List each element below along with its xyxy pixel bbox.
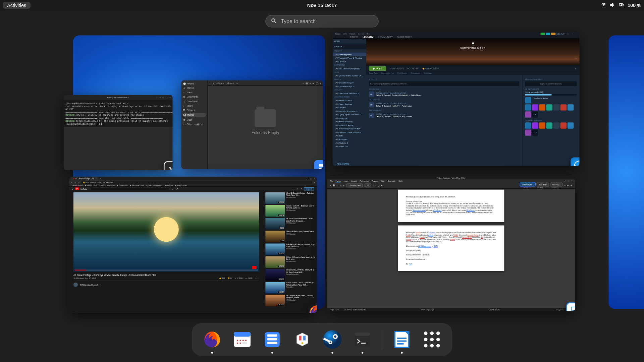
achievement-icon[interactable]	[560, 104, 567, 110]
search-icon[interactable]: ⌕	[303, 81, 304, 84]
strike-icon[interactable]: S	[381, 184, 382, 187]
window-firefox[interactable]: ▶ 4K Drone Footage – Bir… + ‒ ▢ × ← → ⟳ …	[69, 177, 317, 313]
news-item[interactable]: 🛠 SMALL UPDATE / PATCH NOTESBelow & Beyo…	[369, 102, 519, 108]
play-button[interactable]: ▶PLAY	[369, 66, 386, 71]
close-icon[interactable]: ×	[314, 177, 315, 180]
bookmark-item[interactable]: ▸ Most Visited	[72, 184, 83, 186]
sign-in-button[interactable]: SIGN IN	[304, 187, 314, 190]
menu-icon[interactable]: ≡	[314, 181, 315, 183]
minimize-icon[interactable]: ‒	[307, 177, 309, 180]
steam-game-row[interactable]: 🎮 Imperator: Rome	[333, 123, 366, 127]
new-tab-icon[interactable]: +	[100, 177, 101, 180]
recommendation[interactable]: 3:19:54 FLYING OVER GREECE (4K UHD) – Re…	[265, 282, 315, 293]
steam-game-row[interactable]: 🎮 Kingdom Come: Deliverance	[333, 130, 366, 134]
list-bullet-icon[interactable]: •≡	[567, 184, 569, 187]
files-sidebar-item[interactable]: 🕘Recent	[183, 82, 206, 85]
maximize-icon[interactable]: ▢	[316, 81, 318, 84]
steam-game-row[interactable]: 🎮 Noita	[333, 134, 366, 138]
youtube-logo[interactable]: YouTube	[75, 187, 87, 190]
bookmark-item[interactable]: ▸ User Communities	[147, 184, 162, 186]
style-default[interactable]: Default Para…	[520, 182, 536, 186]
achievement-icon[interactable]	[553, 122, 559, 128]
achievement-icon[interactable]	[525, 104, 531, 110]
bookmark-item[interactable]: ▸ Firefox Account	[130, 184, 144, 186]
menu-icon[interactable]: ≡	[160, 96, 161, 99]
activities-button[interactable]: Activities	[3, 2, 31, 9]
home-crumb[interactable]: ⌂ Home	[216, 81, 224, 84]
print-icon[interactable]: 🖨	[343, 184, 344, 187]
back-icon[interactable]: ‹	[210, 81, 210, 84]
steam-game-row[interactable]: 🎮 Surviving Mars	[333, 53, 366, 56]
video-action[interactable]: 👎 27	[227, 277, 232, 280]
steam-game-row[interactable]: 🎮 Farming Simulator 22	[333, 109, 366, 113]
dash-terminal[interactable]	[352, 329, 373, 350]
bookmark-item[interactable]: ▸ Red Hat	[165, 184, 173, 186]
steam-game-row[interactable]: 🎮 Factorio	[333, 106, 366, 109]
status-style[interactable]: Default Page Style	[420, 308, 434, 311]
achievement-icon[interactable]	[568, 122, 574, 128]
hamburger-icon[interactable]: ≡	[72, 188, 73, 190]
underline-icon[interactable]: U	[378, 184, 379, 187]
files-sidebar-item[interactable]: ♪Music	[183, 104, 206, 107]
recommendation[interactable]: 8:00:00 COSMIC RELAXATION: 8 HOURS of 4K…	[265, 269, 315, 281]
steam-game-row[interactable]: 🎮 Euro Truck Simulator 2	[333, 92, 366, 95]
minimize-icon[interactable]: ‒	[162, 96, 164, 99]
writer-menu-item[interactable]: Extension	[388, 180, 395, 182]
video-action[interactable]: 👍 463	[219, 277, 225, 280]
close-icon[interactable]: ×	[571, 179, 572, 182]
back-icon[interactable]: ←	[336, 36, 338, 38]
steam-game-row[interactable]: 🎮 Transport Fever 2 (Testing)	[333, 56, 366, 60]
nav-community[interactable]: COMMUNITY	[378, 36, 393, 38]
video-action[interactable]: ≡+ SAVE	[246, 277, 253, 280]
close-icon[interactable]: ×	[320, 81, 321, 84]
activity-prompt[interactable]: Say something about this game to your fr…	[369, 81, 519, 86]
maximize-icon[interactable]: ▢	[567, 33, 572, 35]
files-sidebar-item[interactable]: ⭳Downloads	[183, 100, 206, 103]
dash-steam[interactable]	[322, 329, 343, 350]
video-player[interactable]	[73, 192, 259, 272]
dash-writer[interactable]	[391, 329, 412, 350]
dash-firefox[interactable]	[202, 329, 223, 350]
maximize-icon[interactable]: ▢	[166, 96, 168, 99]
dash-software[interactable]	[292, 329, 313, 350]
achievement-icon[interactable]	[525, 97, 531, 103]
recommendation[interactable]: 3:19:54 Greece, Corfu 4K – Birds Eye Vie…	[265, 205, 315, 217]
files-sidebar-item[interactable]: +Other Locations	[183, 123, 206, 126]
forward-icon[interactable]: →	[74, 181, 76, 183]
achievement-icon[interactable]	[525, 122, 531, 128]
info-icon[interactable]: ⓘ	[575, 57, 577, 59]
window-terminal[interactable]: luser@iPhonedierrette:~ ⌕ ≡ ‒ ▢ × [luser…	[64, 95, 172, 170]
window-files[interactable]: 🕘Recent★Starred⌂Home🗎Documents⭳Downloads…	[181, 80, 323, 169]
minimize-icon[interactable]: ‒	[565, 179, 566, 182]
news-item[interactable]: 🛠 SMALL UPDATE / PATCH NOTESBelow & Beyo…	[369, 113, 519, 118]
status-lang[interactable]: English (USA)	[488, 308, 499, 311]
achievement-icon[interactable]	[539, 104, 545, 110]
nav-library[interactable]: LIBRARY	[363, 36, 373, 38]
achievement-icon[interactable]	[525, 111, 531, 117]
menu-icon[interactable]: ≡	[310, 81, 311, 84]
status-page[interactable]: Page 2 of 3	[330, 308, 339, 311]
files-sidebar-item[interactable]: 🗑Trash	[183, 118, 206, 121]
nav-store[interactable]: STORE	[350, 36, 358, 38]
search-icon[interactable]: ⌕	[172, 188, 173, 190]
apps-icon[interactable]: ⋮⋮⋮	[293, 187, 299, 190]
dash-show-apps[interactable]	[421, 329, 442, 350]
clock[interactable]: Nov 15 19:17	[307, 3, 337, 8]
dash-calendar[interactable]	[231, 329, 253, 350]
achievement-icon[interactable]	[539, 122, 545, 128]
steam-game-row[interactable]: 🎮 Hearts of Iron IV	[333, 120, 366, 123]
achievement-icon[interactable]	[546, 104, 552, 110]
view-icon[interactable]: ▦	[306, 81, 308, 84]
recommendation[interactable]: 3:00:01 The Magic of Iceland's Coastline…	[265, 244, 315, 255]
close-icon[interactable]: ×	[170, 96, 171, 99]
next-workspace-peek[interactable]	[609, 35, 644, 309]
news-item[interactable]: 🛠 SMALL UPDATE / PATCH NOTESBelow & Beyo…	[369, 92, 519, 97]
window-steam[interactable]: SteamViewFriendsGamesHelp subie.ruby ▾ ‒…	[333, 32, 580, 166]
italic-icon[interactable]: I	[376, 184, 376, 187]
steam-game-row[interactable]: 🎮 Flying Tigers: Shadows Over Ch…	[333, 113, 366, 116]
writer-menu-item[interactable]: File	[330, 180, 333, 182]
save-icon[interactable]: 💾	[333, 184, 335, 187]
steam-game-row[interactable]: 🎮 Northgard	[333, 137, 366, 141]
progress-bar[interactable]	[75, 269, 258, 270]
achievement-icon[interactable]	[546, 122, 552, 128]
